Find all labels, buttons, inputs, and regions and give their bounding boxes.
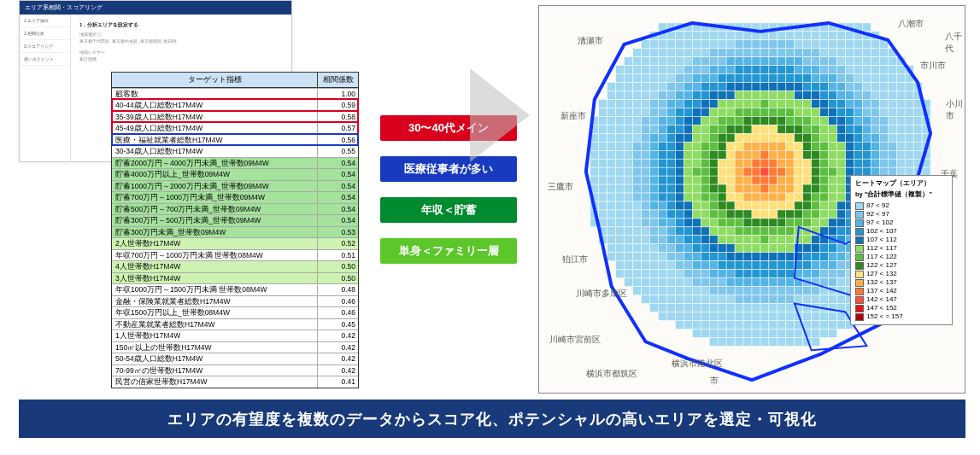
svg-rect-610 <box>607 167 616 176</box>
svg-rect-716 <box>829 184 837 193</box>
arrow-right-icon <box>470 68 530 162</box>
svg-rect-393 <box>803 116 812 125</box>
svg-rect-72 <box>803 40 812 49</box>
svg-rect-397 <box>837 116 846 125</box>
svg-rect-412 <box>625 125 633 133</box>
svg-rect-861 <box>701 219 709 227</box>
sidebar-item[interactable]: 2.相関分析 <box>20 27 70 40</box>
row-coef: 0.54 <box>317 204 358 215</box>
svg-rect-1189 <box>769 295 778 304</box>
table-row[interactable]: 貯蓄4000万円以上_世帯数09M4W0.54 <box>112 168 358 180</box>
sidebar-item[interactable]: 1.エリア抽出 <box>20 15 70 27</box>
svg-rect-323 <box>879 100 888 108</box>
svg-rect-1281 <box>735 329 743 337</box>
svg-rect-1273 <box>829 320 837 329</box>
svg-rect-618 <box>675 167 684 176</box>
table-row[interactable]: 45-49歳人口総数H17M4W0.57 <box>112 122 358 134</box>
table-row[interactable]: 貯蓄300万円未満_世帯数09M4W0.53 <box>112 226 358 238</box>
svg-rect-1295 <box>726 337 735 346</box>
table-row[interactable]: 顧客数1.00 <box>112 88 358 100</box>
svg-rect-370 <box>607 116 616 125</box>
table-row[interactable]: 金融・保険業就業者総数H17M4W0.46 <box>112 295 358 307</box>
svg-rect-937 <box>684 236 692 244</box>
map-city-label: 小川市 <box>946 98 965 122</box>
svg-rect-608 <box>590 167 599 176</box>
svg-rect-661 <box>701 176 709 184</box>
svg-rect-707 <box>752 184 760 193</box>
svg-rect-650 <box>607 176 616 184</box>
app-sidebar: 1.エリア抽出 2.相関分析 3.スコアリング 使い方とヒント <box>20 15 71 161</box>
svg-rect-991 <box>820 244 829 253</box>
svg-rect-520 <box>862 142 871 150</box>
table-row[interactable]: 50-54歳人口総数H17M4W0.42 <box>112 353 358 365</box>
table-row[interactable]: 年収1000万円～1500万円未満 世帯数08M4W0.48 <box>112 283 358 295</box>
svg-rect-87 <box>675 49 684 57</box>
svg-rect-163 <box>760 66 769 74</box>
map-city-label: 三鷹市 <box>548 181 573 193</box>
table-row[interactable]: 年収700万円～1000万円未満 世帯数08M4W0.51 <box>112 249 358 261</box>
table-row[interactable]: 医療・福祉就業者総数H17M4W0.56 <box>112 134 358 146</box>
svg-rect-584 <box>726 159 735 167</box>
table-row[interactable]: 貯蓄1000万円～2000万円未満_世帯数09M4W0.54 <box>112 180 358 192</box>
row-label: 不動産業就業者総数H17M4W <box>112 319 317 330</box>
svg-rect-1027 <box>812 253 820 261</box>
table-row[interactable]: 貯蓄700万円～1000万円未満_世帯数09M4W0.54 <box>112 191 358 203</box>
svg-rect-222 <box>658 83 666 91</box>
table-row[interactable]: 2人世帯数H17M4W0.52 <box>112 237 358 249</box>
svg-rect-704 <box>726 184 735 193</box>
legend-row: 137 < 142 <box>855 287 948 295</box>
svg-rect-835 <box>820 210 829 219</box>
svg-rect-238 <box>795 83 803 91</box>
table-row[interactable]: 不動産業就業者総数H17M4W0.45 <box>112 318 358 330</box>
table-row[interactable]: 40-44歳人口総数H17M4W0.59 <box>112 99 358 111</box>
table-row[interactable]: 1人世帯数H17M4W0.42 <box>112 330 358 341</box>
table-row[interactable]: 貯蓄2000万円～4000万円未満_世帯数09M4W0.54 <box>112 157 358 169</box>
svg-rect-1274 <box>837 320 846 329</box>
svg-rect-634 <box>812 167 820 176</box>
svg-rect-1014 <box>701 253 709 261</box>
svg-rect-417 <box>666 125 675 133</box>
svg-rect-200 <box>778 74 786 83</box>
svg-rect-1243 <box>769 312 778 320</box>
row-coef: 0.54 <box>317 169 358 180</box>
svg-rect-433 <box>803 125 812 133</box>
svg-rect-349 <box>769 108 778 116</box>
svg-rect-117 <box>658 57 666 66</box>
table-row[interactable]: 貯蓄500万円～700万円未満_世帯数09M4W0.54 <box>112 203 358 215</box>
svg-rect-750 <box>778 193 786 201</box>
svg-rect-385 <box>735 116 743 125</box>
row-label: 70-99㎡の世帯数H17M4W <box>112 365 317 376</box>
svg-rect-1285 <box>769 329 778 337</box>
row-label: 年収700万円～1000万円未満 世帯数08M4W <box>112 250 317 261</box>
table-row[interactable]: 年収1500万円以上_世帯数08M4W0.46 <box>112 306 358 318</box>
svg-rect-1125 <box>752 278 760 287</box>
table-row[interactable]: 150㎡以上の世帯数H17M4W0.42 <box>112 341 358 353</box>
svg-rect-903 <box>726 227 735 236</box>
table-row[interactable]: 35-39歳人口総数H17M4W0.58 <box>112 111 358 123</box>
svg-rect-691 <box>616 184 625 193</box>
svg-rect-296 <box>650 100 659 108</box>
svg-rect-471 <box>786 133 795 142</box>
sidebar-item[interactable]: 3.スコアリング <box>20 40 70 53</box>
sidebar-item[interactable]: 使い方とヒント <box>20 53 70 66</box>
svg-rect-594 <box>812 159 820 167</box>
svg-rect-1158 <box>760 287 769 295</box>
table-row[interactable]: 70-99㎡の世帯数H17M4W0.42 <box>112 365 358 376</box>
svg-rect-1264 <box>752 320 760 329</box>
legend-label: 97 < 102 <box>866 219 893 227</box>
table-row[interactable]: 3人世帯数H17M4W0.50 <box>112 272 358 284</box>
svg-rect-631 <box>786 167 795 176</box>
svg-rect-182 <box>625 74 633 83</box>
svg-rect-226 <box>692 83 701 91</box>
svg-rect-1278 <box>709 329 718 337</box>
svg-rect-265 <box>709 91 718 100</box>
table-row[interactable]: 民営の借家世帯数H17M4W0.41 <box>112 376 358 388</box>
svg-rect-218 <box>625 83 633 91</box>
svg-rect-245 <box>854 83 862 91</box>
table-row[interactable]: 4人世帯数H17M4W0.50 <box>112 260 358 272</box>
svg-rect-939 <box>701 236 709 244</box>
svg-rect-524 <box>896 142 905 150</box>
table-row[interactable]: 貯蓄300万円～500万円未満_世帯数09M4W0.54 <box>112 214 358 226</box>
table-row[interactable]: 30-34歳人口総数H17M4W0.55 <box>112 145 358 157</box>
svg-rect-305 <box>726 100 735 108</box>
